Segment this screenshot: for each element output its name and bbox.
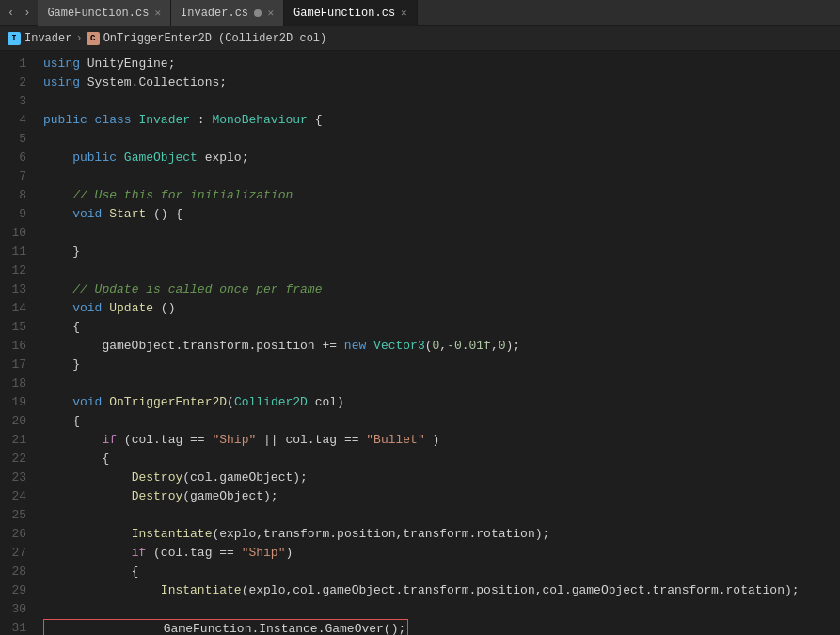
line-number: 24 bbox=[0, 487, 26, 506]
code-line: { bbox=[43, 563, 840, 581]
line-number: 4 bbox=[0, 111, 26, 130]
line-number: 21 bbox=[0, 431, 26, 450]
line-number: 14 bbox=[0, 299, 26, 318]
code-line: Destroy(gameObject); bbox=[43, 487, 840, 506]
line-number: 10 bbox=[0, 224, 26, 243]
line-number: 6 bbox=[0, 149, 26, 167]
code-line bbox=[43, 262, 840, 280]
tab-invader-dot bbox=[254, 9, 262, 17]
line-number: 5 bbox=[0, 130, 26, 149]
line-number: 19 bbox=[0, 393, 26, 412]
line-numbers: 1234567891011121314151617181920212223242… bbox=[0, 51, 36, 635]
tab-bar: ‹ › GameFunction.cs ✕ Invader.cs ✕ GameF… bbox=[0, 0, 840, 26]
code-line: Instantiate(explo,transform.position,tra… bbox=[43, 525, 840, 544]
line-number: 18 bbox=[0, 374, 26, 393]
code-line: void Update () bbox=[43, 299, 840, 318]
tab-gamefunction-1-label: GameFunction.cs bbox=[47, 7, 149, 20]
code-line bbox=[43, 224, 840, 243]
line-number: 16 bbox=[0, 337, 26, 356]
tab-invader[interactable]: Invader.cs ✕ bbox=[171, 0, 284, 26]
line-number: 13 bbox=[0, 280, 26, 299]
tab-gamefunction-2[interactable]: GameFunction.cs ✕ bbox=[284, 0, 418, 26]
code-line-highlighted: GameFunction.Instance.GameOver(); bbox=[43, 619, 840, 635]
code-line: } bbox=[43, 356, 840, 374]
line-number: 2 bbox=[0, 73, 26, 92]
tab-invader-label: Invader.cs bbox=[181, 7, 248, 20]
tab-gamefunction-2-close[interactable]: ✕ bbox=[401, 7, 407, 19]
file-icon: C bbox=[87, 32, 100, 45]
code-line: gameObject.transform.position += new Vec… bbox=[43, 337, 840, 356]
code-line: public class Invader : MonoBehaviour { bbox=[43, 111, 840, 130]
code-line: } bbox=[43, 243, 840, 262]
code-line: Instantiate(explo,col.gameObject.transfo… bbox=[43, 581, 840, 600]
line-number: 30 bbox=[0, 600, 26, 619]
line-number: 11 bbox=[0, 243, 26, 262]
code-container: 1234567891011121314151617181920212223242… bbox=[0, 51, 840, 635]
code-line bbox=[43, 130, 840, 149]
breadcrumb-project: Invader bbox=[24, 32, 71, 45]
code-line: public GameObject explo; bbox=[43, 149, 840, 167]
line-number: 22 bbox=[0, 450, 26, 468]
line-number: 1 bbox=[0, 55, 26, 73]
code-line bbox=[43, 506, 840, 525]
nav-arrows: ‹ › bbox=[0, 5, 38, 22]
code-line: { bbox=[43, 412, 840, 431]
code-line: using System.Collections; bbox=[43, 73, 840, 92]
code-line: { bbox=[43, 450, 840, 468]
code-line bbox=[43, 92, 840, 111]
line-number: 17 bbox=[0, 356, 26, 374]
code-line: // Update is called once per frame bbox=[43, 280, 840, 299]
code-line: { bbox=[43, 318, 840, 337]
highlighted-content: GameFunction.Instance.GameOver(); bbox=[43, 619, 408, 635]
line-number: 29 bbox=[0, 581, 26, 600]
line-number: 26 bbox=[0, 525, 26, 544]
line-number: 8 bbox=[0, 186, 26, 205]
code-line bbox=[43, 374, 840, 393]
code-line: void Start () { bbox=[43, 205, 840, 224]
line-number: 28 bbox=[0, 563, 26, 581]
code-line bbox=[43, 600, 840, 619]
line-number: 25 bbox=[0, 506, 26, 525]
line-number: 15 bbox=[0, 318, 26, 337]
code-line: // Use this for initialization bbox=[43, 186, 840, 205]
line-number: 23 bbox=[0, 468, 26, 487]
code-editor[interactable]: using UnityEngine;using System.Collectio… bbox=[36, 51, 840, 635]
nav-forward-arrow[interactable]: › bbox=[20, 5, 34, 22]
breadcrumb-sep-1: › bbox=[75, 32, 82, 45]
breadcrumb-file: OnTriggerEnter2D (Collider2D col) bbox=[103, 32, 327, 45]
line-number: 27 bbox=[0, 544, 26, 563]
line-number: 9 bbox=[0, 205, 26, 224]
tab-gamefunction-2-label: GameFunction.cs bbox=[293, 7, 395, 20]
nav-back-arrow[interactable]: ‹ bbox=[4, 5, 18, 22]
tab-gamefunction-1[interactable]: GameFunction.cs ✕ bbox=[38, 0, 171, 26]
line-number: 31 bbox=[0, 619, 26, 635]
tab-invader-close[interactable]: ✕ bbox=[267, 7, 274, 19]
line-number: 3 bbox=[0, 92, 26, 111]
line-number: 12 bbox=[0, 262, 26, 280]
code-line bbox=[43, 167, 840, 186]
line-number: 20 bbox=[0, 412, 26, 431]
invader-icon: I bbox=[8, 32, 21, 45]
tab-gamefunction-1-close[interactable]: ✕ bbox=[154, 7, 161, 19]
code-line: void OnTriggerEnter2D(Collider2D col) bbox=[43, 393, 840, 412]
code-line: Destroy(col.gameObject); bbox=[43, 468, 840, 487]
breadcrumb-bar: I Invader › C OnTriggerEnter2D (Collider… bbox=[0, 26, 840, 51]
line-number: 7 bbox=[0, 167, 26, 186]
code-line: using UnityEngine; bbox=[43, 55, 840, 73]
code-line: if (col.tag == "Ship" || col.tag == "Bul… bbox=[43, 431, 840, 450]
code-line: if (col.tag == "Ship") bbox=[43, 544, 840, 563]
